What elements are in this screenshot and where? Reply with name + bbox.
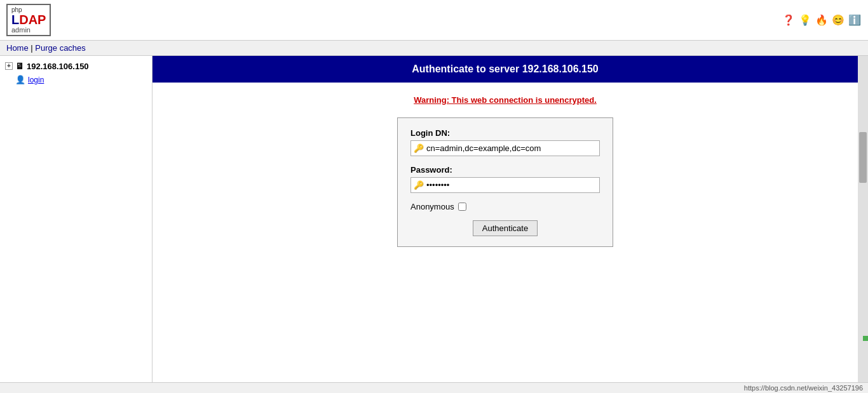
password-group: Password: 🔑 [410,165,600,193]
login-link[interactable]: login [28,76,44,84]
flame-icon[interactable]: 🔥 [815,13,829,27]
question-icon[interactable]: ❓ [782,13,796,27]
nav-separator: | [31,43,32,53]
password-input-wrapper: 🔑 [410,177,600,193]
lightbulb-icon[interactable]: 💡 [798,13,812,27]
login-dn-icon: 🔑 [414,143,424,153]
sidebar-login-item[interactable]: 👤 login [0,74,152,86]
navbar: Home | Purge caches [0,41,868,56]
logo-ldap: LDAP [11,13,46,26]
sidebar-server: + 🖥 192.168.106.150 [0,58,152,74]
content-area: Authenticate to server 192.168.106.150 W… [153,56,858,392]
purge-caches-link[interactable]: Purge caches [35,43,86,53]
auth-panel-header: Authenticate to server 192.168.106.150 [153,56,858,83]
login-icon: 👤 [15,75,25,84]
anonymous-checkbox[interactable] [458,203,466,211]
sidebar: + 🖥 192.168.106.150 👤 login [0,56,153,392]
status-url: https://blog.csdn.net/weixin_43257196 [744,384,863,392]
anonymous-label: Anonymous [410,202,454,211]
authenticate-row: Authenticate [410,220,600,236]
password-label: Password: [410,165,600,175]
header-icons: ❓ 💡 🔥 😊 ℹ️ [782,13,862,27]
statusbar: https://blog.csdn.net/weixin_43257196 [0,382,868,393]
main-layout: + 🖥 192.168.106.150 👤 login Authenticate… [0,56,868,392]
auth-body: Warning: This web connection is unencryp… [153,83,858,260]
password-input[interactable] [426,179,597,191]
sidebar-expand[interactable]: + [5,62,13,70]
scrollbar-thumb[interactable] [859,132,867,183]
header: php LDAP admin ❓ 💡 🔥 😊 ℹ️ [0,0,868,41]
logo-area: php LDAP admin [6,4,52,36]
home-link[interactable]: Home [6,43,29,53]
password-icon: 🔑 [414,180,424,190]
scrollbar-area [858,56,868,392]
logo-admin: admin [11,26,46,34]
login-dn-input[interactable] [426,142,597,154]
sidebar-server-ip: 192.168.106.150 [27,62,89,71]
logo-box: php LDAP admin [6,4,51,36]
server-icon: 🖥 [15,61,24,71]
login-dn-group: Login DN: 🔑 [410,128,600,156]
authenticate-button[interactable]: Authenticate [473,220,538,236]
warning-text: Warning: This web connection is unencryp… [178,95,832,105]
auth-title: Authenticate to server 192.168.106.150 [412,63,599,74]
smiley-icon[interactable]: 😊 [831,13,845,27]
info-icon[interactable]: ℹ️ [848,13,862,27]
anonymous-row: Anonymous [410,202,600,211]
login-form-box: Login DN: 🔑 Password: 🔑 Anon [397,117,613,247]
login-dn-label: Login DN: [410,128,600,138]
scrollbar-indicator [863,336,868,341]
login-dn-input-wrapper: 🔑 [410,140,600,156]
